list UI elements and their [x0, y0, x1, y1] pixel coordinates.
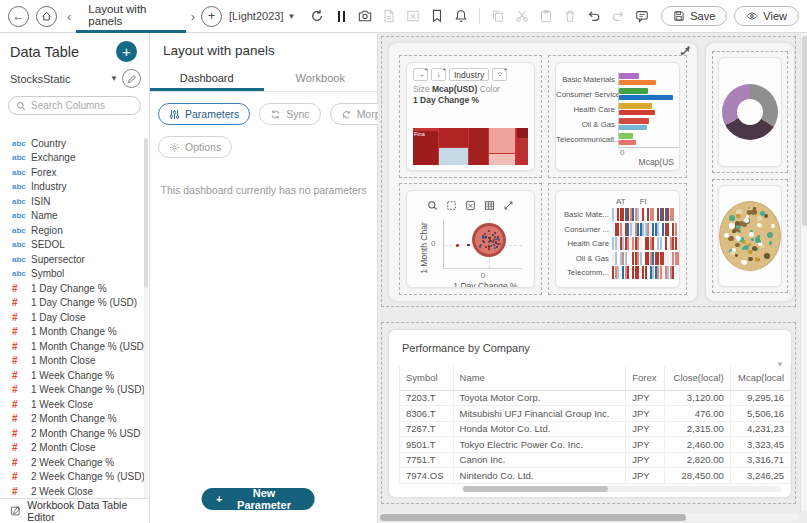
treemap-cell[interactable]: [517, 128, 529, 138]
scatter-point[interactable]: [499, 243, 501, 245]
heatmap-row[interactable]: Basic Mate...: [556, 208, 679, 221]
packed-circle[interactable]: [735, 243, 739, 247]
table-row[interactable]: 8306.TMitsubishi UFJ Financial Group Inc…: [400, 406, 791, 422]
bar[interactable]: [619, 140, 636, 146]
column-item[interactable]: #1 Week Close: [0, 397, 145, 412]
next-dashboard-chevron[interactable]: ›: [188, 9, 198, 24]
preview-vscrollbar-thumb[interactable]: [802, 36, 807, 226]
packed-circle[interactable]: [744, 218, 749, 223]
heatmap-row[interactable]: Health Care: [556, 237, 679, 250]
bar[interactable]: [619, 125, 647, 131]
column-item[interactable]: abcIndustry: [0, 180, 145, 195]
chevron-down-icon[interactable]: ▼: [110, 74, 118, 83]
packed-circle[interactable]: [736, 214, 740, 218]
packed-circle[interactable]: [764, 214, 768, 218]
sync-button[interactable]: Sync: [259, 103, 320, 125]
column-item[interactable]: #1 Month Close: [0, 354, 145, 369]
preview-vertical-scrollbar[interactable]: [800, 33, 807, 511]
bar[interactable]: [619, 110, 655, 116]
packed-circle[interactable]: [730, 251, 735, 256]
bar[interactable]: [619, 103, 652, 109]
sidebar-scrollbar[interactable]: [144, 138, 148, 503]
heatmap-row[interactable]: Oil & Gas: [556, 252, 679, 265]
export-excel-button[interactable]: [405, 8, 422, 25]
treemap-cell[interactable]: [517, 139, 529, 165]
column-item[interactable]: abcISIN: [0, 194, 145, 209]
data-table-selector[interactable]: StocksStatic: [10, 73, 106, 85]
parameters-button[interactable]: Parameters: [158, 103, 250, 125]
table-scrollbar-thumb[interactable]: [463, 486, 608, 492]
export-pdf-button[interactable]: [381, 8, 398, 25]
table-row[interactable]: 7974.OSNintendo Co. Ltd.JPY28,450.003,24…: [400, 468, 791, 484]
col-symbol[interactable]: Symbol: [400, 366, 454, 390]
add-visual-button[interactable]: ⁘+: [492, 68, 507, 81]
refresh-button[interactable]: [309, 8, 326, 25]
scatter-plot-area[interactable]: [443, 219, 522, 269]
scatter-panel[interactable]: 1 Month Char 0 0 1 Day Change %: [399, 183, 542, 295]
edit-data-table-button[interactable]: [122, 69, 141, 88]
packed-circle[interactable]: [751, 238, 755, 242]
table-horizontal-scrollbar[interactable]: [461, 486, 781, 492]
search-columns-box[interactable]: [8, 96, 141, 115]
table-row[interactable]: 7751.TCanon Inc.JPY2,820.003,316,71: [400, 452, 791, 468]
packed-circle[interactable]: [742, 240, 746, 244]
treemap-cell[interactable]: [439, 148, 468, 165]
col-close-local[interactable]: Close(local): [664, 366, 730, 390]
treemap-cell[interactable]: [489, 154, 515, 165]
packed-circle[interactable]: [767, 232, 773, 238]
chevron-down-icon[interactable]: ▼: [776, 360, 784, 369]
tab-workbook[interactable]: Workbook: [264, 67, 378, 91]
packed-circle[interactable]: [748, 257, 752, 261]
column-item[interactable]: abcExchange: [0, 151, 145, 166]
workbook-data-table-editor-button[interactable]: Workbook Data Table Editor: [0, 498, 149, 523]
circle-packing-chart[interactable]: [719, 201, 781, 271]
packed-circle[interactable]: [769, 241, 773, 245]
column-item[interactable]: abcName: [0, 209, 145, 224]
column-item[interactable]: #1 Day Close: [0, 310, 145, 325]
packed-circle[interactable]: [736, 236, 741, 241]
heatmap-row[interactable]: Consumer ...: [556, 223, 679, 236]
scatter-point[interactable]: [482, 235, 484, 237]
column-item[interactable]: #1 Month Change % (USD): [0, 339, 145, 354]
treemap-cell[interactable]: [489, 128, 515, 153]
circle-packing-panel[interactable]: [712, 179, 788, 293]
bar[interactable]: [619, 80, 656, 86]
prev-dashboard-chevron[interactable]: ‹: [64, 9, 74, 24]
add-dashboard-button[interactable]: +: [201, 6, 222, 27]
undo-button[interactable]: [586, 8, 603, 25]
scatter-point[interactable]: [485, 246, 487, 248]
bar[interactable]: [619, 118, 649, 124]
packed-circle[interactable]: [729, 215, 735, 221]
notifications-button[interactable]: [453, 8, 470, 25]
scatter-point[interactable]: [456, 244, 459, 247]
column-item[interactable]: #2 Month Change %: [0, 412, 145, 427]
cut-button[interactable]: [514, 8, 531, 25]
bar[interactable]: [619, 95, 673, 101]
breakdown-chip[interactable]: Industry: [449, 68, 489, 81]
add-data-table-button[interactable]: +: [116, 41, 137, 62]
bar-chart-panel[interactable]: Basic MaterialsConsumer ServicesHealth C…: [548, 55, 687, 178]
expand-icon[interactable]: [503, 197, 514, 215]
treemap-cell[interactable]: [469, 128, 487, 165]
column-item[interactable]: #2 Week Change %: [0, 455, 145, 470]
treemap-cell[interactable]: Fina: [413, 131, 438, 165]
donut-chart[interactable]: [722, 84, 778, 140]
packed-circle[interactable]: [749, 232, 754, 237]
table-panel[interactable]: Performance by Company ▼ Symbol Name For…: [381, 322, 796, 504]
redo-button[interactable]: [610, 8, 627, 25]
search-input[interactable]: [31, 100, 133, 111]
back-button[interactable]: ←: [8, 6, 29, 27]
copy-button[interactable]: [490, 8, 507, 25]
column-item[interactable]: abcCountry: [0, 136, 145, 151]
column-item[interactable]: #2 Week Change % (USD): [0, 470, 145, 485]
home-button[interactable]: [36, 6, 57, 27]
size-field[interactable]: Mcap(USD): [432, 84, 477, 94]
packed-circle[interactable]: [757, 216, 763, 222]
heatmap-row[interactable]: Telecomm...: [556, 266, 679, 279]
treemap-panel[interactable]: →+ ↓+ Industry ⁘+ Size Mcap(USD) Color 1…: [399, 55, 542, 178]
scatter-point[interactable]: [494, 232, 496, 234]
bar[interactable]: [619, 73, 639, 79]
tab-dashboard[interactable]: Dashboard: [150, 67, 264, 91]
col-forex[interactable]: Forex: [626, 366, 665, 390]
delete-button[interactable]: [562, 8, 579, 25]
